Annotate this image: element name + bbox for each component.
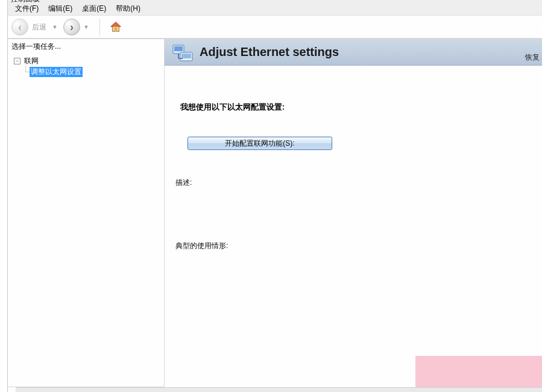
task-tree: − 联网 调整以太网设置 <box>8 54 164 78</box>
description-label: 描述: <box>175 178 526 188</box>
svg-marker-1 <box>111 22 121 26</box>
toolbar: 后退 ▼ ▼ <box>8 16 542 39</box>
usage-label: 典型的使用情形: <box>175 241 526 251</box>
tree-child-label: 调整以太网设置 <box>30 67 83 77</box>
arrow-right-icon <box>70 22 74 33</box>
back-button[interactable] <box>11 19 28 36</box>
menu-edit[interactable]: 编辑(E) <box>43 2 77 15</box>
home-button[interactable] <box>107 19 124 36</box>
arrow-left-icon <box>18 22 22 33</box>
menu-desktop[interactable]: 桌面(E) <box>77 2 111 15</box>
svg-rect-3 <box>174 46 183 51</box>
back-label: 后退 <box>32 22 46 33</box>
tree-child-ethernet[interactable]: 调整以太网设置 <box>11 66 164 77</box>
tree-collapse-icon[interactable]: − <box>14 58 20 64</box>
sidebar: 选择一项任务... − 联网 调整以太网设置 <box>8 39 165 392</box>
toolbar-separator <box>99 19 100 36</box>
overlay-box <box>415 356 542 392</box>
forward-button[interactable] <box>63 19 80 36</box>
restore-defaults-link[interactable]: 恢复 <box>525 52 540 63</box>
window-title: 控制面板 <box>8 0 542 2</box>
tree-root-networking[interactable]: − 联网 <box>11 55 164 66</box>
config-section-label: 我想使用以下以太网配置设置: <box>180 102 526 113</box>
page-title: Adjust Ethernet settings <box>200 45 339 59</box>
content-pane: Adjust Ethernet settings 恢复 我想使用以下以太网配置设… <box>165 39 542 392</box>
svg-rect-5 <box>181 54 191 58</box>
tree-root-label: 联网 <box>23 56 40 66</box>
home-icon <box>109 20 122 34</box>
start-config-button[interactable]: 开始配置联网功能(S): <box>187 137 332 150</box>
status-strip <box>16 387 542 392</box>
menu-help[interactable]: 帮助(H) <box>111 2 145 15</box>
forward-history-dropdown[interactable]: ▼ <box>83 23 90 31</box>
menu-file[interactable]: 文件(F) <box>10 2 43 15</box>
back-history-dropdown[interactable]: ▼ <box>51 23 58 31</box>
content-header: Adjust Ethernet settings 恢复 <box>165 39 542 66</box>
ethernet-icon <box>172 42 194 63</box>
sidebar-header: 选择一项任务... <box>8 39 164 54</box>
menu-bar: 文件(F) 编辑(E) 桌面(E) 帮助(H) <box>8 2 542 16</box>
tree-connector-icon <box>24 66 30 77</box>
